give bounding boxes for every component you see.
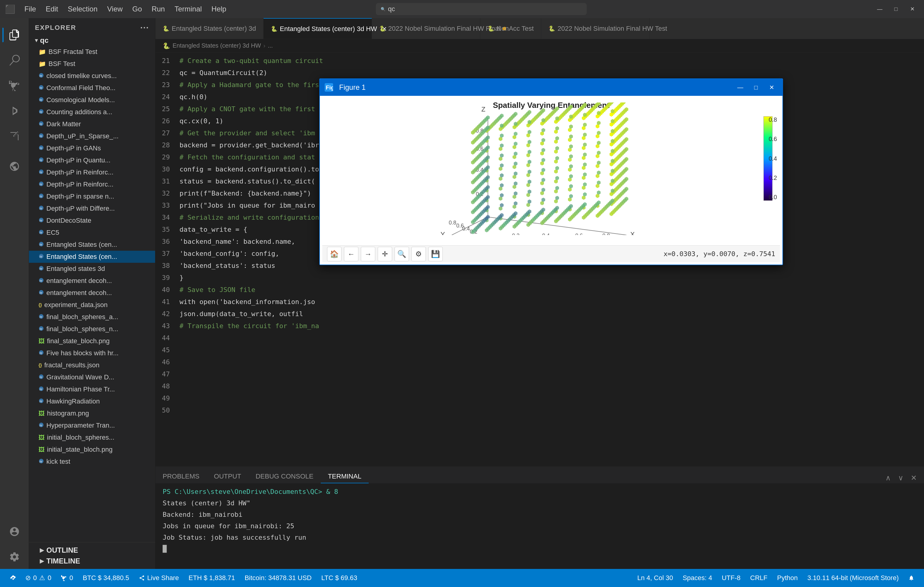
panel-close-button[interactable]: ✕ (908, 473, 919, 483)
tab-debug-console[interactable]: DEBUG CONSOLE (249, 470, 321, 483)
file-item[interactable]: pyentanglement decoh... (29, 287, 155, 299)
pan-button[interactable]: ✛ (378, 247, 392, 261)
editor-tab[interactable]: 🐍 Entangled States (center) 3d (155, 18, 264, 39)
menu-view[interactable]: View (103, 3, 127, 15)
tab-terminal[interactable]: TERMINAL (321, 470, 369, 483)
search-input[interactable] (388, 5, 582, 13)
sidebar-menu-button[interactable]: ··· (140, 23, 149, 33)
file-item[interactable]: pyGravitational Wave D... (29, 371, 155, 383)
menu-help[interactable]: Help (207, 3, 230, 15)
file-item[interactable]: pyEntangled States (cen... (29, 251, 155, 263)
terminal-content[interactable]: PS C:\Users\steve\OneDrive\Documents\QC>… (155, 484, 924, 569)
file-item[interactable]: pyDepth_uP_in_Sparse_... (29, 130, 155, 142)
file-item[interactable]: pyCounting additions a... (29, 106, 155, 118)
file-item[interactable]: 📁BSF Fractal Test (29, 46, 155, 58)
search-bar[interactable]: 🔍 (376, 3, 587, 15)
menu-terminal[interactable]: Terminal (170, 3, 206, 15)
activity-source-control[interactable] (2, 74, 26, 98)
back-button[interactable]: ← (344, 247, 358, 261)
menu-go[interactable]: Go (128, 3, 146, 15)
file-item[interactable]: pyEntangled states 3d (29, 263, 155, 275)
file-item[interactable]: 📁BSF Test (29, 58, 155, 70)
file-item[interactable]: pyEC5 (29, 227, 155, 239)
maximize-button[interactable]: □ (889, 0, 903, 18)
editor-tab[interactable]: 🐍 2022 Nobel Simulation Final HW Final (372, 18, 480, 39)
settings-button[interactable]: ⚙ (411, 247, 426, 261)
status-ltc[interactable]: LTC $ 69.63 (317, 569, 362, 587)
status-live-share[interactable]: Live Share (134, 569, 184, 587)
status-encoding[interactable]: UTF-8 (717, 569, 745, 587)
activity-extensions[interactable] (2, 124, 26, 148)
file-item[interactable]: 🖼histogram.png (29, 407, 155, 420)
menu-run[interactable]: Run (147, 3, 169, 15)
home-button[interactable]: 🏠 (327, 247, 342, 261)
status-line-ending[interactable]: CRLF (746, 569, 772, 587)
file-item[interactable]: pyfinal_bloch_spheres_n... (29, 323, 155, 335)
breadcrumb-part2[interactable]: ... (268, 42, 273, 49)
activity-search[interactable] (2, 48, 26, 72)
file-item[interactable]: pyDepth-µP in Quantu... (29, 154, 155, 166)
file-item[interactable]: pyHyperparameter Tran... (29, 420, 155, 432)
file-item[interactable]: {}experiment_data.json (29, 299, 155, 311)
file-item[interactable]: 🖼initial_bloch_spheres... (29, 432, 155, 443)
file-item[interactable]: pyEntangled States (cen... (29, 239, 155, 251)
file-item[interactable]: {}fractal_results.json (29, 359, 155, 371)
zoom-button[interactable]: 🔍 (394, 247, 409, 261)
file-item[interactable]: pyDepth-µP in Reinforc... (29, 179, 155, 190)
activity-run[interactable] (2, 99, 26, 123)
status-bitcoin[interactable]: Bitcoin: 34878.31 USD (240, 569, 317, 587)
status-spaces[interactable]: Spaces: 4 (678, 569, 717, 587)
file-item[interactable]: 🖼final_state_bloch.png (29, 335, 155, 347)
save-button[interactable]: 💾 (428, 247, 443, 261)
file-item[interactable]: pyConformal Field Theo... (29, 82, 155, 94)
menu-edit[interactable]: Edit (41, 3, 62, 15)
forward-button[interactable]: → (361, 247, 375, 261)
figure-close-button[interactable]: ✕ (766, 81, 778, 93)
file-item[interactable]: pyHamiltonian Phase Tr... (29, 383, 155, 395)
panel-down-button[interactable]: ∨ (896, 473, 906, 483)
editor-tab[interactable]: 🐍 Entangled States (center) 3d HW ✕ (264, 18, 372, 39)
menu-selection[interactable]: Selection (64, 3, 102, 15)
file-item[interactable]: pykick test (29, 456, 155, 468)
file-item[interactable]: pyCosmological Models... (29, 94, 155, 106)
sidebar-root-folder[interactable]: ▾ qc (29, 35, 155, 46)
minimize-button[interactable]: — (873, 0, 887, 18)
status-version[interactable]: 3.10.11 64-bit (Microsoft Store) (803, 569, 904, 587)
file-item[interactable]: pyFive has blocks with hr... (29, 347, 155, 359)
activity-account[interactable] (2, 519, 26, 544)
status-notifications[interactable] (904, 569, 919, 587)
file-item[interactable]: pyfinal_bloch_spheres_a... (29, 311, 155, 323)
activity-explorer[interactable] (2, 23, 26, 47)
status-git[interactable]: 0 (56, 569, 78, 587)
file-item[interactable]: pyDark Matter (29, 118, 155, 130)
status-errors[interactable]: ⊘ 0 ⚠ 0 (20, 569, 56, 587)
figure-minimize-button[interactable]: — (734, 81, 746, 93)
timeline-section[interactable]: ▶ TIMELINE (34, 556, 150, 567)
file-item[interactable]: pyDepth-µP with Differe... (29, 202, 155, 215)
menu-file[interactable]: File (20, 3, 40, 15)
file-item[interactable]: pyentanglement decoh... (29, 275, 155, 287)
file-item[interactable]: pyDepth-µP in sparse n... (29, 190, 155, 202)
activity-remote[interactable] (2, 154, 26, 179)
breadcrumb-part1[interactable]: Entangled States (center) 3d HW (173, 42, 261, 49)
editor-tab[interactable]: 🐍 2022 Nobel Simulation Final HW Test (541, 18, 650, 39)
file-item[interactable]: pyDontDecoState (29, 215, 155, 227)
activity-settings[interactable] (2, 545, 26, 569)
panel-up-button[interactable]: ∧ (883, 473, 893, 483)
figure-maximize-button[interactable]: □ (750, 81, 762, 93)
status-eth[interactable]: ETH $ 1,838.71 (184, 569, 240, 587)
status-ln[interactable]: Ln 4, Col 30 (632, 569, 678, 587)
file-item[interactable]: pyDepth-µP in GANs (29, 142, 155, 154)
outline-section[interactable]: ▶ OUTLINE (34, 545, 150, 556)
editor-tab[interactable]: 🐍 NonAcc Test (480, 18, 541, 39)
status-btc[interactable]: BTC $ 34,880.5 (78, 569, 134, 587)
file-item[interactable]: pyDepth-µP in Reinforc... (29, 166, 155, 179)
status-remote[interactable] (5, 569, 20, 587)
file-item[interactable]: pyHawkingRadiation (29, 395, 155, 407)
status-language[interactable]: Python (772, 569, 803, 587)
tab-output[interactable]: OUTPUT (206, 470, 248, 483)
tab-problems[interactable]: PROBLEMS (155, 470, 206, 483)
close-button[interactable]: ✕ (905, 0, 919, 18)
file-item[interactable]: pyclosed timelike curves... (29, 70, 155, 82)
file-item[interactable]: 🖼initial_state_bloch.png (29, 443, 155, 456)
